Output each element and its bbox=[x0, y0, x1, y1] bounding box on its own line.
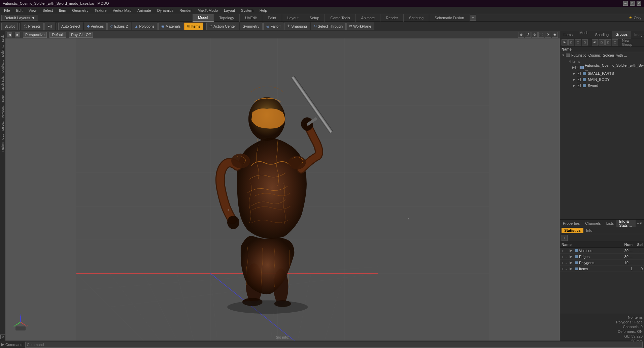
tab-setup[interactable]: Setup bbox=[304, 14, 325, 22]
falloff-button[interactable]: ◎ Falloff bbox=[263, 23, 284, 30]
item4-vis-icon[interactable]: ✓ bbox=[576, 83, 581, 88]
viewport[interactable]: ◀ ▶ Perspective Default Ray GL: Off ⊕ ↺ … bbox=[5, 31, 560, 341]
action-center-button[interactable]: ⊕ Action Center bbox=[206, 23, 239, 30]
tab-images[interactable]: Images bbox=[631, 31, 644, 38]
presets-button[interactable]: Presets bbox=[21, 23, 44, 30]
menu-geometry[interactable]: Geometry bbox=[69, 8, 91, 13]
right-tool-sq-6[interactable]: □ bbox=[612, 39, 618, 45]
props-tab-info-stats[interactable]: Info & Stats ... bbox=[616, 220, 635, 227]
sidebar-settings-icon[interactable]: ⚙ bbox=[0, 335, 5, 339]
vp-raygl-label[interactable]: Ray GL: Off bbox=[69, 32, 93, 38]
props-tabs-plus[interactable]: +▼ bbox=[636, 221, 644, 225]
edges-minus[interactable]: - bbox=[566, 255, 570, 259]
polygons-expand[interactable]: ▶ bbox=[570, 260, 574, 265]
snapping-button[interactable]: ✛ Snapping bbox=[284, 23, 310, 30]
item1-expand[interactable]: ▶ bbox=[572, 66, 575, 69]
layout-selector[interactable]: Default Layouts ▼ bbox=[1, 15, 38, 21]
edges-expand[interactable]: ▶ bbox=[570, 254, 574, 259]
tree-item-root[interactable]: ▼ Futuristic_Cosmic_Soldier_with ... bbox=[560, 52, 644, 58]
vp-next-button[interactable]: ▶ bbox=[15, 32, 20, 37]
sidebar-tab-deform[interactable]: Deform.. bbox=[0, 44, 5, 58]
tab-uvedit[interactable]: UVEdit bbox=[240, 14, 262, 22]
vertices-expand[interactable]: ▶ bbox=[570, 248, 574, 253]
vp-grid-icon[interactable]: ⛶ bbox=[538, 32, 544, 38]
tab-scripting[interactable]: Scripting bbox=[404, 14, 429, 22]
sidebar-tab-duplicate[interactable]: Duplicat.. bbox=[0, 59, 5, 74]
tab-items[interactable]: Items bbox=[560, 31, 576, 38]
vp-shading-label[interactable]: Default bbox=[49, 32, 66, 38]
right-tool-eye-2[interactable]: 👁 bbox=[592, 39, 598, 45]
items-minus[interactable]: - bbox=[566, 267, 570, 271]
menu-animate[interactable]: Animate bbox=[135, 8, 154, 13]
sidebar-tab-sculpt[interactable]: Sculpt bbox=[0, 32, 5, 43]
tab-model[interactable]: Model bbox=[193, 14, 214, 22]
right-tool-sq-5[interactable]: □ bbox=[605, 39, 611, 45]
menu-edit[interactable]: Edit bbox=[13, 8, 25, 13]
materials-button[interactable]: ◉ Materials bbox=[158, 23, 184, 30]
vertices-minus[interactable]: - bbox=[566, 249, 570, 253]
tree-item-2[interactable]: ▶ ✓ SMALL_PARTS bbox=[560, 70, 644, 76]
menu-maxtomodo[interactable]: MaxToModo bbox=[195, 8, 221, 13]
select-through-button[interactable]: ⊙ Select Through bbox=[311, 23, 346, 30]
sidebar-tab-curve[interactable]: Curve.. bbox=[0, 120, 5, 132]
stats-plus-btn[interactable]: + bbox=[562, 235, 568, 241]
polygons-plus[interactable]: + bbox=[562, 261, 566, 265]
menu-layout[interactable]: Layout bbox=[221, 8, 238, 13]
vp-view-label[interactable]: Perspective bbox=[23, 32, 47, 38]
edges-button[interactable]: ◇ Edges 2 bbox=[107, 23, 131, 30]
minimize-button[interactable]: ─ bbox=[623, 1, 628, 6]
polygons-minus[interactable]: - bbox=[566, 261, 570, 265]
item1-vis-icon[interactable]: ✓ bbox=[575, 65, 579, 70]
right-tool-sq-2[interactable]: □ bbox=[575, 39, 581, 45]
item2-vis-icon[interactable]: ✓ bbox=[576, 71, 581, 76]
menu-item[interactable]: Item bbox=[56, 8, 69, 13]
polygons-button[interactable]: ▲ Polygons bbox=[132, 23, 158, 30]
edges-plus[interactable]: + bbox=[562, 255, 566, 259]
vp-render-icon[interactable]: ⟳ bbox=[545, 32, 551, 38]
tree-item-1[interactable]: ▶ ✓ Futuristic_Cosmic_Soldier_with_Sw ..… bbox=[560, 64, 644, 70]
menu-system[interactable]: System bbox=[238, 8, 256, 13]
tab-animate[interactable]: Animate bbox=[356, 14, 380, 22]
item4-expand[interactable]: ▶ bbox=[572, 84, 576, 87]
sculpt-button[interactable]: Sculpt bbox=[1, 23, 18, 30]
item2-expand[interactable]: ▶ bbox=[572, 72, 576, 75]
tab-shading[interactable]: Shading bbox=[592, 31, 612, 38]
symmetry-button[interactable]: Symmetry bbox=[240, 23, 263, 30]
tab-groups[interactable]: Groups bbox=[612, 31, 631, 38]
props-tab-properties[interactable]: Properties bbox=[560, 220, 582, 227]
menu-texture[interactable]: Texture bbox=[92, 8, 109, 13]
expand-icon[interactable]: ▼ bbox=[562, 54, 565, 57]
tab-layout[interactable]: Layout bbox=[282, 14, 304, 22]
item3-expand[interactable]: ▶ bbox=[572, 78, 576, 81]
menu-view[interactable]: View bbox=[26, 8, 39, 13]
tab-render[interactable]: Render bbox=[380, 14, 404, 22]
menu-render[interactable]: Render bbox=[177, 8, 194, 13]
auto-select-button[interactable]: Auto Select bbox=[58, 23, 83, 30]
vp-rotate-icon[interactable]: ↺ bbox=[525, 32, 531, 38]
sidebar-tab-fusion[interactable]: Fusion bbox=[0, 141, 5, 153]
command-input[interactable] bbox=[25, 342, 643, 348]
workplane-button[interactable]: ⧉ WorkPlane bbox=[346, 23, 374, 30]
tab-game-tools[interactable]: Game Tools bbox=[325, 14, 356, 22]
sidebar-tab-mesh-edit[interactable]: Mesh Edit.. bbox=[0, 74, 5, 92]
viewport-canvas[interactable]: X Z Y (no info) bbox=[5, 38, 560, 341]
close-button[interactable]: ✕ bbox=[637, 1, 641, 6]
tab-mesh[interactable]: Mesh ... bbox=[576, 31, 592, 38]
vertices-plus[interactable]: + bbox=[562, 249, 566, 253]
add-tab-button[interactable]: + bbox=[470, 15, 476, 21]
maximize-button[interactable]: □ bbox=[630, 1, 635, 6]
tab-paint[interactable]: Paint bbox=[262, 14, 282, 22]
menu-select[interactable]: Select bbox=[40, 8, 56, 13]
fill-button[interactable]: Fill bbox=[44, 23, 55, 30]
menu-file[interactable]: File bbox=[1, 8, 13, 13]
menu-vertex-map[interactable]: Vertex Map bbox=[110, 8, 134, 13]
vp-zoom-icon[interactable]: ⊙ bbox=[532, 32, 538, 38]
vertices-button[interactable]: ◆ Vertices bbox=[84, 23, 107, 30]
tab-schematic-fusion[interactable]: Schematic Fusion bbox=[429, 14, 470, 22]
menu-dynamics[interactable]: Dynamics bbox=[155, 8, 176, 13]
vp-settings-icon[interactable]: ◉ bbox=[552, 32, 558, 38]
items-button[interactable]: ⊞ Items bbox=[184, 23, 203, 30]
tree-item-4[interactable]: ▶ ✓ Sword bbox=[560, 83, 644, 89]
vp-prev-button[interactable]: ◀ bbox=[7, 32, 12, 37]
tree-item-3[interactable]: ▶ ✓ MAIN_BODY bbox=[560, 76, 644, 83]
